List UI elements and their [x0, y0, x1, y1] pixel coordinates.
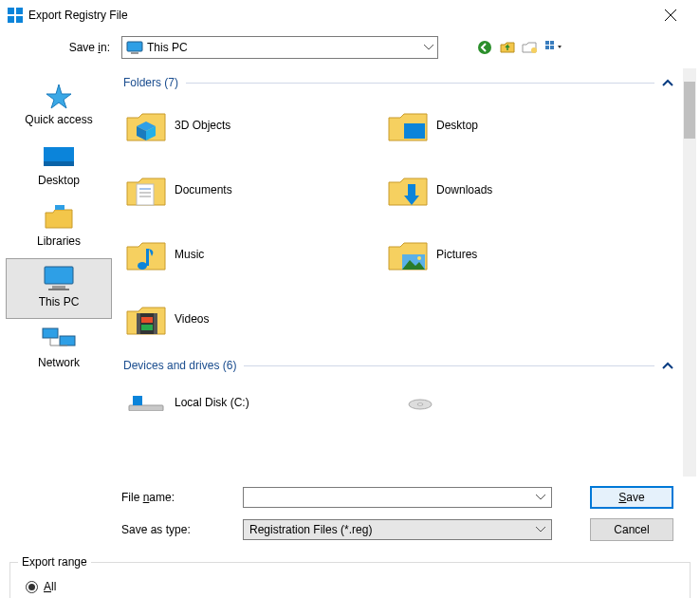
svg-marker-14 — [558, 46, 562, 48]
item-label: Music — [175, 248, 204, 261]
collapse-folders-button[interactable] — [662, 79, 673, 86]
folder-desktop[interactable]: Desktop — [385, 97, 641, 154]
svg-rect-23 — [60, 336, 75, 346]
drive-local-disk-c[interactable]: Local Disk (C:) — [123, 380, 679, 425]
folder-3d-objects[interactable]: 3D Objects — [123, 97, 379, 154]
folder-icon — [123, 296, 169, 342]
back-button[interactable] — [476, 39, 493, 56]
scroll-thumb[interactable] — [684, 82, 695, 139]
svg-rect-20 — [52, 286, 65, 289]
sidebar-item-network[interactable]: Network — [6, 319, 112, 380]
cancel-button-label: Cancel — [614, 523, 649, 536]
filename-input[interactable] — [243, 487, 552, 508]
chevron-down-icon — [536, 527, 545, 533]
sidebar-item-this-pc[interactable]: This PC — [6, 258, 112, 319]
svg-rect-46 — [129, 405, 163, 411]
item-label: Videos — [175, 312, 209, 326]
svg-point-9 — [531, 47, 537, 53]
sidebar-item-label: Libraries — [37, 234, 81, 248]
drive-icon — [123, 380, 169, 425]
divider — [186, 83, 654, 84]
quick-access-icon — [40, 83, 78, 109]
svg-rect-17 — [44, 161, 74, 166]
folders-header: Folders (7) — [123, 76, 679, 89]
radio-all[interactable]: All — [26, 580, 678, 593]
svg-point-49 — [417, 403, 423, 405]
saveastype-combo[interactable]: Registration Files (*.reg) — [243, 519, 552, 540]
folder-up-icon — [500, 40, 515, 55]
item-label: Downloads — [436, 183, 492, 196]
desktop-icon — [40, 143, 78, 170]
filename-label: File name: — [121, 491, 243, 504]
folder-music[interactable]: Music — [123, 226, 379, 283]
close-button[interactable] — [649, 0, 692, 30]
item-label: Pictures — [436, 248, 477, 261]
svg-rect-0 — [8, 8, 14, 14]
chevron-up-icon — [662, 362, 673, 369]
radio-all-label: All — [44, 580, 56, 593]
cancel-button[interactable]: Cancel — [590, 518, 673, 541]
back-icon — [476, 39, 493, 56]
file-list-pane: Folders (7) 3D Objects Desktop Documents… — [118, 68, 700, 477]
sidebar-item-label: Network — [38, 356, 80, 369]
scrollbar[interactable] — [683, 68, 696, 477]
savein-combo[interactable]: This PC — [121, 36, 438, 59]
chevron-up-icon — [662, 79, 673, 86]
save-button[interactable]: Save — [590, 486, 673, 509]
item-label: Documents — [175, 183, 232, 196]
disc-icon — [401, 393, 439, 412]
new-folder-button[interactable] — [522, 39, 539, 56]
folders-header-label: Folders (7) — [123, 76, 178, 89]
folder-icon — [123, 167, 169, 213]
navigation-toolbar — [476, 39, 562, 56]
savein-value: This PC — [147, 41, 188, 54]
this-pc-icon — [40, 265, 78, 291]
svg-rect-47 — [133, 396, 142, 405]
network-icon — [40, 326, 78, 352]
svg-rect-12 — [545, 46, 549, 49]
save-button-label: Save — [618, 491, 644, 504]
folder-icon — [385, 103, 431, 148]
svg-rect-45 — [141, 325, 153, 330]
sidebar-item-libraries[interactable]: Libraries — [6, 197, 112, 258]
svg-rect-7 — [131, 52, 138, 54]
svg-rect-10 — [545, 41, 549, 45]
svg-point-36 — [138, 262, 147, 270]
svg-rect-30 — [137, 184, 154, 205]
titlebar: Export Registry File — [0, 0, 700, 30]
folders-grid: 3D Objects Desktop Documents Downloads M… — [118, 93, 679, 351]
svg-point-40 — [417, 256, 421, 260]
window-title: Export Registry File — [28, 9, 128, 22]
svg-rect-21 — [48, 289, 69, 290]
folder-icon — [385, 167, 431, 213]
divider — [244, 365, 654, 366]
savein-label: Save in: — [0, 41, 121, 54]
saveastype-row: Save as type: Registration Files (*.reg)… — [121, 518, 691, 541]
view-menu-button[interactable] — [544, 39, 562, 56]
folder-pictures[interactable]: Pictures — [385, 226, 641, 283]
places-sidebar: Quick access Desktop Libraries This PC N… — [0, 68, 118, 477]
folder-downloads[interactable]: Downloads — [385, 161, 641, 218]
collapse-devices-button[interactable] — [662, 362, 673, 369]
bottom-controls: File name: Save Save as type: Registrati… — [0, 477, 700, 556]
chevron-down-icon — [536, 495, 545, 500]
drive-label: Local Disk (C:) — [175, 396, 249, 409]
svg-rect-6 — [127, 42, 142, 51]
folder-icon — [123, 103, 169, 148]
sidebar-item-desktop[interactable]: Desktop — [6, 137, 112, 197]
svg-rect-13 — [550, 46, 554, 49]
item-label: Desktop — [436, 119, 478, 132]
item-label: 3D Objects — [175, 119, 230, 132]
folder-videos[interactable]: Videos — [123, 290, 379, 347]
chevron-down-icon — [424, 45, 433, 50]
svg-rect-11 — [550, 41, 554, 45]
folder-documents[interactable]: Documents — [123, 161, 379, 218]
saveastype-label: Save as type: — [121, 523, 243, 536]
regedit-icon — [8, 8, 23, 23]
sidebar-item-quick-access[interactable]: Quick access — [6, 76, 112, 137]
saveastype-value: Registration Files (*.reg) — [249, 523, 372, 536]
up-button[interactable] — [499, 39, 516, 56]
libraries-icon — [40, 204, 78, 231]
view-icon — [544, 40, 562, 55]
svg-rect-22 — [43, 328, 58, 338]
